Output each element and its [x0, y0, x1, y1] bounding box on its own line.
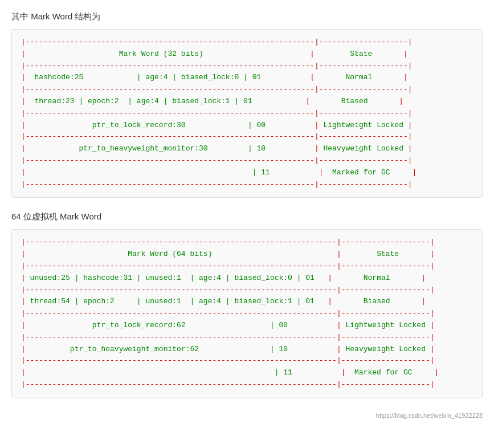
section2-lines: |---------------------------------------… [21, 237, 473, 390]
table-line: |---------------------------------------… [21, 379, 473, 391]
table-line: | thread:54 | epoch:2 | unused:1 | age:4… [21, 296, 473, 308]
table-line: | ptr_to_heavyweight_monitor:30 | 10 | H… [21, 143, 473, 155]
table-line: | thread:23 | epoch:2 | age:4 | biased_l… [21, 96, 473, 108]
section2-table: |---------------------------------------… [11, 229, 483, 398]
table-line: |---------------------------------------… [21, 260, 473, 272]
section1-lines: |---------------------------------------… [21, 36, 473, 190]
table-line: | Mark Word (32 bits) | State | [21, 48, 473, 60]
table-line: |---------------------------------------… [21, 108, 473, 120]
table-line: |---------------------------------------… [21, 284, 473, 296]
table-line: |---------------------------------------… [21, 308, 473, 320]
table-line: |---------------------------------------… [21, 155, 473, 167]
table-line: |---------------------------------------… [21, 131, 473, 143]
table-line: | Mark Word (64 bits) | State | [21, 249, 473, 260]
section1-table: |---------------------------------------… [11, 29, 483, 198]
table-line: |---------------------------------------… [21, 84, 473, 96]
section1-title: 其中 Mark Word 结构为 [11, 11, 483, 22]
table-line: | ptr_to_heavyweight_monitor:62 | 10 | H… [21, 344, 473, 356]
url-footer: https://blog.csdn.net/weixin_41922228 [11, 412, 483, 419]
table-line: |---------------------------------------… [21, 355, 473, 367]
table-line: |---------------------------------------… [21, 36, 473, 48]
table-line: | | 11 | Marked for GC | [21, 367, 473, 379]
table-line: |---------------------------------------… [21, 179, 473, 191]
section2-title: 64 位虚拟机 Mark Word [11, 211, 483, 222]
table-line: | hashcode:25 | age:4 | biased_lock:0 | … [21, 72, 473, 84]
table-line: | ptr_to_lock_record:30 | 00 | Lightweig… [21, 120, 473, 132]
table-line: | unused:25 | hashcode:31 | unused:1 | a… [21, 272, 473, 284]
table-line: | | 11 | Marked for GC | [21, 167, 473, 179]
table-line: |---------------------------------------… [21, 237, 473, 249]
table-line: | ptr_to_lock_record:62 | 00 | Lightweig… [21, 320, 473, 332]
table-line: |---------------------------------------… [21, 332, 473, 344]
table-line: |---------------------------------------… [21, 60, 473, 72]
